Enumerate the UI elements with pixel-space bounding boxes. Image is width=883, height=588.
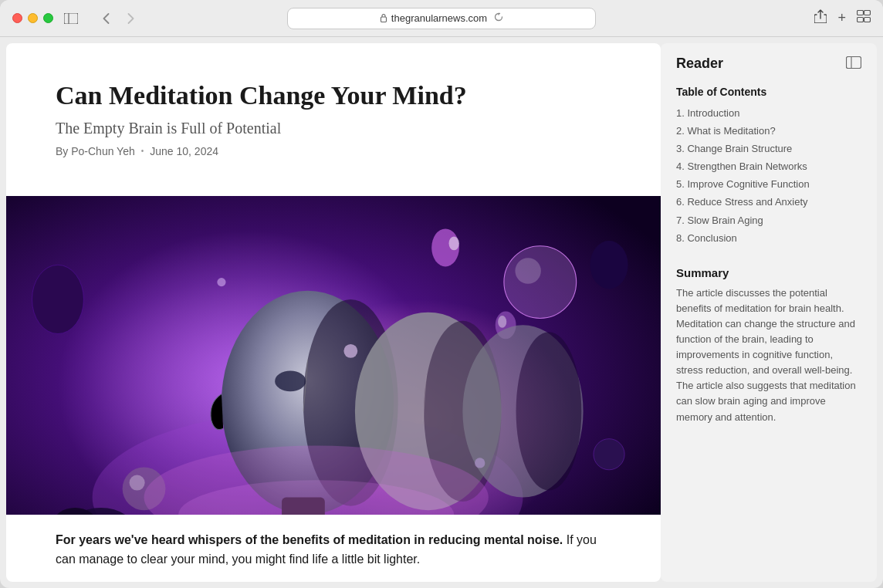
- article-hero-image: [6, 196, 661, 515]
- titlebar-right: +: [716, 9, 871, 27]
- svg-rect-39: [847, 56, 861, 68]
- toc-item-6[interactable]: 6. Reduce Stress and Anxiety: [676, 194, 861, 211]
- traffic-lights: [12, 13, 53, 23]
- svg-rect-0: [64, 13, 78, 24]
- svg-point-11: [32, 265, 83, 333]
- svg-point-18: [130, 475, 145, 490]
- toc-item-4[interactable]: 4. Strengthen Brain Networks: [676, 158, 861, 176]
- svg-point-36: [343, 344, 357, 358]
- summary-heading: Summary: [676, 266, 861, 279]
- share-icon[interactable]: [814, 9, 827, 27]
- table-of-contents: Table of Contents 1. Introduction 2. Wha…: [676, 86, 861, 248]
- svg-rect-2: [381, 17, 386, 22]
- titlebar: thegranularnews.com +: [0, 0, 883, 37]
- toc-item-8[interactable]: 8. Conclusion: [676, 229, 861, 247]
- browser-window: thegranularnews.com +: [0, 0, 883, 588]
- meta-separator: •: [141, 147, 144, 155]
- reader-panel-title: Reader: [676, 56, 723, 72]
- article-body-preview: For years we've heard whispers of the be…: [6, 515, 661, 582]
- toc-heading: Table of Contents: [676, 86, 861, 98]
- svg-rect-4: [858, 18, 864, 22]
- svg-point-21: [504, 246, 577, 319]
- svg-point-38: [475, 458, 485, 468]
- svg-point-22: [515, 258, 540, 283]
- titlebar-left: [12, 10, 167, 27]
- summary-text: The article discusses the potential bene…: [676, 286, 861, 425]
- article-title: Can Meditation Change Your Mind?: [56, 80, 611, 112]
- forward-button[interactable]: [120, 10, 141, 27]
- new-tab-icon[interactable]: +: [837, 10, 846, 26]
- reader-header: Reader: [676, 56, 861, 72]
- maximize-button[interactable]: [43, 13, 53, 23]
- titlebar-center: thegranularnews.com: [173, 8, 710, 29]
- nav-buttons: [95, 10, 141, 27]
- main-content: Can Meditation Change Your Mind? The Emp…: [0, 37, 883, 588]
- article-header: Can Meditation Change Your Mind? The Emp…: [6, 43, 661, 196]
- toc-item-5[interactable]: 5. Improve Cognitive Function: [676, 176, 861, 194]
- svg-point-16: [449, 236, 459, 250]
- svg-rect-3: [858, 11, 864, 15]
- url-bar[interactable]: thegranularnews.com: [287, 8, 596, 29]
- close-button[interactable]: [12, 13, 22, 23]
- summary-section: Summary The article discusses the potent…: [676, 266, 861, 425]
- svg-point-25: [275, 370, 306, 391]
- toc-item-7[interactable]: 7. Slow Brain Aging: [676, 211, 861, 229]
- article-panel: Can Meditation Change Your Mind? The Emp…: [6, 43, 661, 582]
- lock-icon: [380, 13, 387, 24]
- svg-point-30: [516, 332, 582, 490]
- svg-point-13: [594, 438, 624, 469]
- toc-item-1[interactable]: 1. Introduction: [676, 104, 861, 122]
- sidebar-toggle-icon[interactable]: [63, 10, 80, 27]
- article-body-text: For years we've heard whispers of the be…: [56, 530, 611, 569]
- back-button[interactable]: [95, 10, 117, 27]
- article-body-bold: For years we've heard whispers of the be…: [56, 533, 563, 546]
- reader-panel: Reader Table of Contents 1. Introduction…: [661, 43, 877, 582]
- svg-point-37: [217, 278, 225, 286]
- minimize-button[interactable]: [28, 13, 38, 23]
- reload-icon[interactable]: [494, 12, 503, 24]
- svg-point-12: [590, 241, 628, 289]
- url-text: thegranularnews.com: [391, 12, 487, 24]
- reader-view-icon[interactable]: [846, 56, 861, 72]
- tab-overview-icon[interactable]: [857, 10, 871, 26]
- svg-rect-5: [864, 11, 871, 15]
- svg-rect-6: [864, 18, 871, 22]
- svg-point-20: [498, 316, 506, 328]
- article-subtitle: The Empty Brain is Full of Potential: [56, 120, 611, 137]
- toc-item-3[interactable]: 3. Change Brain Structure: [676, 140, 861, 157]
- article-author: By Po-Chun Yeh: [56, 145, 135, 157]
- toc-item-2[interactable]: 2. What is Meditation?: [676, 122, 861, 140]
- article-meta: By Po-Chun Yeh • June 10, 2024: [56, 145, 611, 157]
- article-date: June 10, 2024: [150, 145, 218, 157]
